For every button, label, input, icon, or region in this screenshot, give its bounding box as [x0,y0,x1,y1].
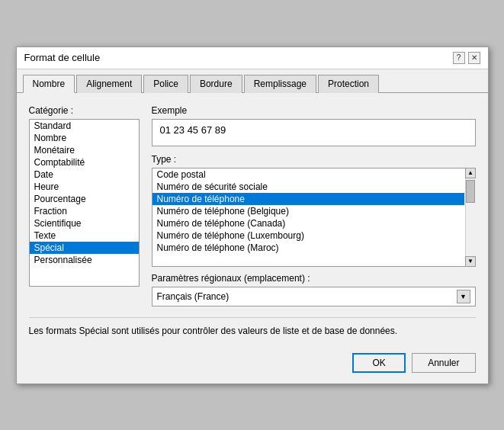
example-box: 01 23 45 67 89 [152,119,476,146]
category-item-heure[interactable]: Heure [30,181,139,193]
tab-nombre[interactable]: Nombre [23,75,75,93]
type-item-telephone-canada[interactable]: Numéro de téléphone (Canada) [152,217,464,229]
scroll-thumb[interactable] [466,180,475,203]
title-controls: ? ✕ [453,52,480,64]
format-cellule-dialog: Format de cellule ? ✕ Nombre Alignement … [16,47,489,384]
category-item-nombre[interactable]: Nombre [30,132,139,144]
button-row: OK Annuler [17,345,488,383]
locale-select[interactable]: Français (France) ▼ [152,287,476,306]
params-label: Paramètres régionaux (emplacement) : [152,273,476,284]
tab-bordure[interactable]: Bordure [190,75,242,93]
example-label: Exemple [152,105,476,116]
category-item-comptabilite[interactable]: Comptabilité [30,156,139,168]
tab-police[interactable]: Police [143,75,188,93]
category-item-texte[interactable]: Texte [30,229,139,242]
dialog-content: Catégorie : Standard Nombre Monétaire Co… [17,93,488,345]
type-label: Type : [152,154,476,165]
scroll-up-arrow[interactable]: ▲ [465,168,476,178]
tab-remplissage[interactable]: Remplissage [244,75,316,93]
category-item-fraction[interactable]: Fraction [30,205,139,217]
description-text: Les formats Spécial sont utilisés pour c… [29,317,476,336]
category-label: Catégorie : [29,105,140,116]
locale-dropdown-arrow[interactable]: ▼ [457,290,470,303]
title-bar: Format de cellule ? ✕ [17,47,488,69]
type-item-telephone-belgique[interactable]: Numéro de téléphone (Belgique) [152,205,464,217]
type-item-telephone-luxembourg[interactable]: Numéro de téléphone (Luxembourg) [152,229,464,242]
dialog-title: Format de cellule [24,52,101,63]
locale-value: Français (France) [157,291,457,302]
tab-protection[interactable]: Protection [318,75,379,93]
help-button[interactable]: ? [453,52,465,64]
type-item-telephone[interactable]: Numéro de téléphone [152,193,464,205]
category-item-special[interactable]: Spécial [30,242,139,254]
tab-alignement[interactable]: Alignement [76,75,142,93]
type-listbox-container: Code postal Numéro de sécurité sociale N… [152,168,476,267]
close-button[interactable]: ✕ [468,52,480,64]
main-layout: Catégorie : Standard Nombre Monétaire Co… [29,105,476,306]
category-item-monetaire[interactable]: Monétaire [30,144,139,156]
category-panel: Catégorie : Standard Nombre Monétaire Co… [29,105,140,306]
tab-bar: Nombre Alignement Police Bordure Remplis… [17,69,488,93]
type-item-code-postal[interactable]: Code postal [152,168,464,181]
type-item-securite-sociale[interactable]: Numéro de sécurité sociale [152,181,464,193]
category-item-personnalisee[interactable]: Personnalisée [30,254,139,266]
category-item-scientifique[interactable]: Scientifique [30,217,139,229]
cancel-button[interactable]: Annuler [412,353,475,373]
category-item-date[interactable]: Date [30,168,139,181]
example-value: 01 23 45 67 89 [160,124,226,136]
scroll-down-arrow[interactable]: ▼ [465,256,476,267]
category-listbox[interactable]: Standard Nombre Monétaire Comptabilité D… [29,119,140,287]
category-item-pourcentage[interactable]: Pourcentage [30,193,139,205]
type-item-telephone-maroc[interactable]: Numéro de téléphone (Maroc) [152,242,464,254]
right-panel: Exemple 01 23 45 67 89 Type : Code posta… [152,105,476,306]
type-scrollbar[interactable]: ▲ ▼ [465,168,476,267]
scroll-track [466,178,476,256]
category-item-standard[interactable]: Standard [30,120,139,132]
type-listbox[interactable]: Code postal Numéro de sécurité sociale N… [152,168,476,267]
ok-button[interactable]: OK [352,353,406,373]
